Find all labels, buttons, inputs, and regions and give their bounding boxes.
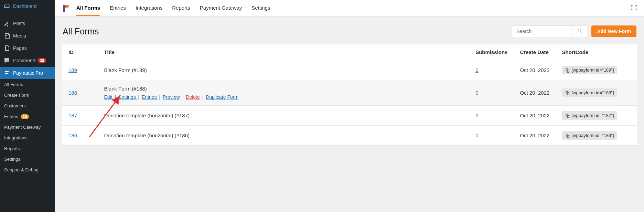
shortcode-text: [wppayform id="189"] xyxy=(572,67,614,73)
search-box xyxy=(512,25,587,37)
sidebar-label: Pages xyxy=(13,45,27,51)
action-entries[interactable]: Entries xyxy=(142,94,158,100)
forms-table: ID Title Submissions Create Date ShortCo… xyxy=(62,44,637,146)
shortcode-text: [wppayform id="188"] xyxy=(572,90,614,95)
sidebar-sub-label: Entries xyxy=(4,114,18,119)
table-row: 187Donation template (horizontal) (#187)… xyxy=(62,106,637,126)
table-row: 189Blank Form (#189)0Oct 20, 2022[wppayf… xyxy=(62,60,637,80)
create-date: Oct 20, 2022 xyxy=(514,106,556,126)
sidebar-sub-support[interactable]: Support & Debug xyxy=(0,165,55,175)
th-title: Title xyxy=(98,44,470,60)
form-id-link[interactable]: 188 xyxy=(68,90,77,96)
sidebar-sub-payment-gateway[interactable]: Payment Gateway xyxy=(0,122,55,132)
sidebar-sub-customers[interactable]: Customers xyxy=(0,100,55,111)
shortcode-text: [wppayform id="187"] xyxy=(572,113,614,118)
sidebar-item-media[interactable]: Media xyxy=(0,30,55,42)
page-title: All Forms xyxy=(63,26,99,36)
sidebar-sub-reports[interactable]: Reports xyxy=(0,143,55,154)
topnav: All Forms Entries Integrations Reports P… xyxy=(76,0,631,16)
action-preview[interactable]: Preview xyxy=(163,94,180,100)
shortcode-chip[interactable]: [wppayform id="189"] xyxy=(562,66,617,74)
sidebar-label: Posts xyxy=(13,21,25,26)
sidebar-item-posts[interactable]: Posts xyxy=(0,17,55,30)
tab-integrations[interactable]: Integrations xyxy=(136,0,162,16)
form-id-link[interactable]: 187 xyxy=(68,113,77,118)
th-create-date: Create Date xyxy=(514,44,556,60)
page-header: All Forms Add New Form xyxy=(62,25,637,37)
topbar: All Forms Entries Integrations Reports P… xyxy=(55,0,644,17)
create-date: Oct 20, 2022 xyxy=(514,126,556,146)
tab-reports[interactable]: Reports xyxy=(172,0,190,16)
tab-settings[interactable]: Settings xyxy=(251,0,270,16)
media-icon xyxy=(3,32,10,39)
search-input[interactable] xyxy=(512,26,572,37)
fullscreen-icon[interactable] xyxy=(631,4,637,12)
comment-icon xyxy=(3,57,10,64)
submissions-link[interactable]: 0 xyxy=(475,132,478,138)
copy-icon xyxy=(565,113,570,118)
table-row: 186Donation template (horizontal) (#186)… xyxy=(62,126,637,146)
action-edit[interactable]: Edit xyxy=(104,94,114,100)
comments-badge: 38 xyxy=(38,58,46,63)
search-icon xyxy=(577,29,582,34)
shortcode-text: [wppayform id="186"] xyxy=(572,133,614,138)
sidebar-sub-all-forms[interactable]: All Forms xyxy=(0,79,55,90)
copy-icon xyxy=(565,91,570,95)
main-content: All Forms Entries Integrations Reports P… xyxy=(55,0,644,212)
sidebar-item-paymattic[interactable]: Paymattic Pro xyxy=(0,67,55,79)
sidebar-item-comments[interactable]: Comments 38 xyxy=(0,54,55,67)
copy-icon xyxy=(565,133,570,138)
table-row: 188Blank Form (#188)Edit | Settings | En… xyxy=(62,80,637,106)
form-title: Blank Form (#188) xyxy=(104,86,463,92)
sidebar-item-dashboard[interactable]: Dashboard xyxy=(0,0,55,12)
tab-entries[interactable]: Entries xyxy=(110,0,126,16)
create-date: Oct 20, 2022 xyxy=(514,80,556,106)
sidebar-item-pages[interactable]: Pages xyxy=(0,42,55,54)
header-actions: Add New Form xyxy=(512,25,636,37)
search-button[interactable] xyxy=(572,26,587,37)
copy-icon xyxy=(565,68,570,73)
form-id-link[interactable]: 189 xyxy=(68,67,77,73)
pages-icon xyxy=(3,45,10,52)
action-delete[interactable]: Delete xyxy=(186,94,200,100)
sidebar-label: Paymattic Pro xyxy=(13,70,43,76)
form-title: Donation template (horizontal) (#187) xyxy=(104,113,463,118)
submissions-link[interactable]: 0 xyxy=(475,90,478,96)
form-title: Donation template (horizontal) (#186) xyxy=(104,132,463,138)
entries-badge: 16 xyxy=(21,114,29,119)
row-actions: Edit | Settings | Entries | Preview | De… xyxy=(104,94,463,100)
dashboard-icon xyxy=(3,3,10,10)
create-date: Oct 20, 2022 xyxy=(514,60,556,80)
sidebar-sub-integrations[interactable]: Integrations xyxy=(0,132,55,143)
sidebar-sub-settings[interactable]: Settings xyxy=(0,154,55,165)
paymattic-icon xyxy=(3,70,10,76)
sidebar-sub-create-form[interactable]: Create Form xyxy=(0,90,55,100)
th-submissions: Submissions xyxy=(469,44,514,60)
pin-icon xyxy=(3,20,10,27)
th-shortcode: ShortCode xyxy=(556,44,637,60)
submissions-link[interactable]: 0 xyxy=(475,67,478,73)
sidebar-label: Dashboard xyxy=(13,3,37,9)
form-title: Blank Form (#189) xyxy=(104,67,463,73)
th-id: ID xyxy=(62,44,98,60)
tab-all-forms[interactable]: All Forms xyxy=(76,0,100,16)
svg-point-0 xyxy=(578,29,581,32)
sidebar-sub-entries[interactable]: Entries 16 xyxy=(0,111,55,122)
paymattic-logo-icon xyxy=(62,4,70,12)
shortcode-chip[interactable]: [wppayform id="188"] xyxy=(562,88,617,97)
submissions-link[interactable]: 0 xyxy=(475,113,478,118)
action-duplicate[interactable]: Duplicate Form xyxy=(206,94,238,100)
content-area: All Forms Add New Form ID Title Submissi… xyxy=(55,17,644,155)
sidebar-label: Media xyxy=(13,33,26,39)
sidebar-label: Comments xyxy=(13,58,36,63)
tab-payment-gateway[interactable]: Payment Gateway xyxy=(200,0,242,16)
shortcode-chip[interactable]: [wppayform id="187"] xyxy=(562,111,617,120)
shortcode-chip[interactable]: [wppayform id="186"] xyxy=(562,131,617,140)
action-settings[interactable]: Settings xyxy=(118,94,137,100)
form-id-link[interactable]: 186 xyxy=(68,132,77,138)
add-new-form-button[interactable]: Add New Form xyxy=(591,25,636,37)
wp-admin-sidebar: Dashboard Posts Media Pages Comments 38 … xyxy=(0,0,55,212)
